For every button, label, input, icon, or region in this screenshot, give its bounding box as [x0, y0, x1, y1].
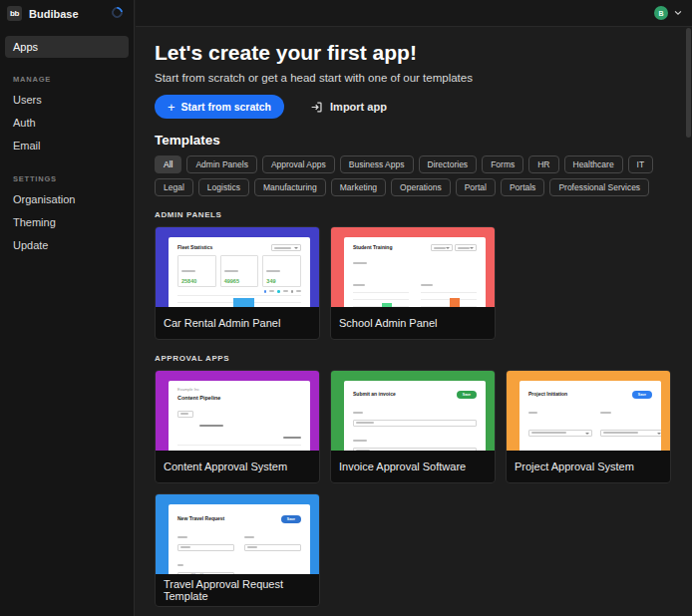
mock-title: New Travel Request — [177, 515, 224, 521]
mock-text-bar — [458, 247, 470, 249]
mock-stat-card: 49965 — [220, 255, 259, 287]
mock-bar-chart — [421, 292, 477, 307]
mock-input — [244, 544, 301, 551]
template-thumbnail: Fleet Statistics 2584049965349 — [156, 227, 319, 307]
mock-stat-card: 349 — [262, 255, 301, 287]
mock-select — [271, 244, 301, 251]
mock-text-bar — [353, 284, 365, 286]
filter-chip-manufacturing[interactable]: Manufacturing — [254, 178, 326, 196]
filter-chip-portal[interactable]: Portal — [456, 178, 496, 196]
start-from-scratch-button[interactable]: + Start from scratch — [155, 95, 284, 119]
template-thumbnail: Student Training — [331, 227, 495, 307]
sidebar-item-auth[interactable]: Auth — [0, 112, 134, 135]
mock-text-bar — [434, 247, 446, 249]
mock-save-button: Save — [281, 515, 301, 523]
template-card-project-approval-system[interactable]: Project InitiationSave Project Approval … — [506, 370, 671, 483]
filter-chip-approval-apps[interactable]: Approval Apps — [262, 155, 335, 173]
filter-chip-it[interactable]: IT — [628, 155, 654, 173]
mock-input — [353, 448, 477, 451]
templates-heading: Templates — [155, 133, 672, 148]
loading-spinner-icon — [110, 5, 125, 20]
app-name: Budibase — [29, 8, 79, 20]
filter-chip-marketing[interactable]: Marketing — [331, 178, 386, 196]
template-card-content-approval-system[interactable]: Example Inc Content Pipeline View Decemb… — [155, 370, 320, 483]
mock-input — [177, 544, 234, 551]
sidebar-item-users[interactable]: Users — [0, 89, 134, 112]
filter-chip-directories[interactable]: Directories — [419, 155, 478, 173]
sidebar: bb Budibase Apps MANAGE UsersAuthEmail S… — [0, 0, 135, 616]
filter-chip-hr[interactable]: HR — [528, 155, 558, 173]
template-card-invoice-approval-software[interactable]: Submit an invoiceSave January 26, 2022 I… — [330, 370, 496, 483]
mock-select — [455, 244, 477, 251]
chevron-down-icon[interactable] — [673, 8, 683, 18]
mock-text-bar — [247, 546, 257, 548]
sidebar-item-apps[interactable]: Apps — [5, 36, 129, 58]
filter-chip-business-apps[interactable]: Business Apps — [340, 155, 414, 173]
template-card-title: School Admin Panel — [331, 307, 495, 339]
mock-content: Example Inc Content Pipeline View Decemb… — [169, 381, 310, 451]
mock-title: Project Initiation — [528, 391, 567, 397]
sidebar-item-update[interactable]: Update — [0, 234, 134, 257]
user-avatar[interactable]: B — [654, 6, 668, 20]
mock-text-bar — [600, 412, 611, 414]
sidebar-item-theming[interactable]: Theming — [0, 211, 134, 234]
plus-icon: + — [168, 101, 175, 114]
caret-down-icon — [446, 247, 450, 249]
template-card-title: Travel Approval Request Template — [156, 574, 319, 606]
mock-stat-card: 25840 — [177, 255, 216, 287]
template-card-title: Project Approval System — [507, 451, 670, 482]
mock-select — [528, 430, 592, 437]
start-from-scratch-label: Start from scratch — [181, 101, 271, 113]
sidebar-item-organisation[interactable]: Organisation — [0, 188, 134, 211]
budibase-portal: bb Budibase Apps MANAGE UsersAuthEmail S… — [0, 0, 692, 616]
filter-chip-professional-services[interactable]: Professional Services — [549, 178, 649, 196]
template-card-car-rental-admin-panel[interactable]: Fleet Statistics 2584049965349 Car Renta… — [155, 226, 320, 340]
filter-chip-logistics[interactable]: Logistics — [198, 178, 249, 196]
section-label-approval-apps: APPROVAL APPS — [155, 354, 672, 363]
mock-invoice: Submit an invoiceSave January 26, 2022 — [344, 381, 486, 451]
mock-text-bar — [244, 536, 254, 538]
filter-chip-operations[interactable]: Operations — [391, 178, 451, 196]
mock-email-value: name@budibase.com — [180, 573, 219, 574]
filter-chip-admin-panels[interactable]: Admin Panels — [186, 155, 256, 173]
template-thumbnail: Submit an invoiceSave January 26, 2022 — [331, 371, 495, 451]
scrollbar-thumb[interactable] — [686, 28, 691, 138]
filter-chip-forms[interactable]: Forms — [482, 155, 523, 173]
template-card-school-admin-panel[interactable]: Student Training Schoo — [330, 226, 496, 340]
card-grid: Example Inc Content Pipeline View Decemb… — [155, 370, 672, 607]
mock-title: Student Training — [353, 244, 392, 250]
template-card-travel-approval-request-template[interactable]: New Travel RequestSave name@budibase.com… — [155, 493, 320, 607]
main-area: B Let's create your first app! Start fro… — [136, 0, 692, 616]
mock-text-bar — [356, 422, 374, 424]
template-sections: ADMIN PANELS Fleet Statistics 2584049965… — [155, 210, 672, 607]
import-icon — [310, 101, 323, 114]
mock-text-bar — [180, 546, 190, 548]
sidebar-item-email[interactable]: Email — [0, 135, 134, 157]
filter-chip-portals[interactable]: Portals — [501, 178, 544, 196]
mock-save-button: Save — [457, 391, 477, 399]
mock-text-bar — [199, 425, 223, 427]
mock-text-bar — [177, 564, 183, 566]
mock-text-bar — [353, 262, 367, 264]
mock-stat-value: 49965 — [224, 278, 255, 284]
mock-text-bar — [353, 440, 367, 442]
import-app-button[interactable]: Import app — [310, 101, 387, 114]
filter-chip-legal[interactable]: Legal — [155, 178, 193, 196]
scrollbar[interactable] — [686, 28, 691, 615]
sidebar-header: bb Budibase — [0, 0, 134, 27]
filter-chip-all[interactable]: All — [155, 155, 181, 173]
mock-save-button: Save — [632, 391, 652, 399]
mock-input — [353, 420, 477, 427]
template-card-title: Car Rental Admin Panel — [156, 307, 319, 339]
mock-select — [431, 244, 453, 251]
mock-text-bar — [296, 290, 301, 292]
template-thumbnail: New Travel RequestSave name@budibase.com… — [156, 494, 319, 574]
mock-text-bar — [283, 290, 288, 292]
page-subtitle: Start from scratch or get a head start w… — [155, 72, 672, 84]
filter-chip-healthcare[interactable]: Healthcare — [564, 155, 623, 173]
card-grid: Fleet Statistics 2584049965349 Car Renta… — [155, 226, 672, 340]
mock-text-bar — [603, 432, 638, 434]
mock-legend — [177, 290, 301, 293]
sidebar-group-label-manage: MANAGE — [13, 75, 121, 84]
mock-text-bar — [269, 290, 274, 292]
